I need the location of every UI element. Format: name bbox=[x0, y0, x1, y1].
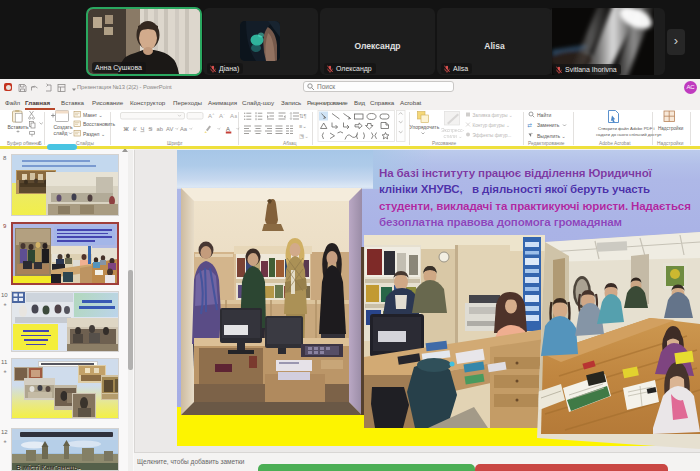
svg-text:Створити файл Adobe PDF і: Створити файл Adobe PDF і bbox=[598, 126, 654, 131]
svg-text:слайд: слайд bbox=[54, 130, 68, 136]
svg-text:⇄: ⇄ bbox=[528, 122, 533, 128]
svg-text:К: К bbox=[133, 126, 137, 132]
svg-text:Надстройки: Надстройки bbox=[658, 125, 684, 131]
svg-text:^: ^ bbox=[213, 113, 215, 117]
svg-text:Создать: Создать bbox=[54, 124, 73, 130]
svg-text:Раздел ⌄: Раздел ⌄ bbox=[83, 131, 105, 137]
svg-text:S: S bbox=[149, 126, 153, 132]
svg-text:Эффекты фигур...: Эффекты фигур... bbox=[473, 133, 512, 138]
svg-text:Заменить: Заменить bbox=[537, 122, 560, 128]
svg-text:A: A bbox=[230, 113, 234, 119]
svg-text:A: A bbox=[219, 113, 223, 119]
svg-text:Контур фигуры ⌄: Контур фигуры ⌄ bbox=[473, 123, 510, 128]
svg-text:А: А bbox=[226, 126, 230, 132]
svg-text:надати до нього спільний досту: надати до нього спільний доступ bbox=[596, 132, 662, 137]
svg-text:Макет ⌄: Макет ⌄ bbox=[83, 112, 103, 118]
svg-text:Ч: Ч bbox=[141, 126, 145, 132]
svg-text:ab: ab bbox=[157, 126, 163, 132]
svg-text:стили ⌄: стили ⌄ bbox=[444, 133, 463, 139]
svg-text:≡⌄: ≡⌄ bbox=[299, 123, 307, 129]
svg-text:⬔⌄: ⬔⌄ bbox=[299, 133, 309, 139]
svg-text:A: A bbox=[208, 113, 212, 119]
svg-text:Aa: Aa bbox=[180, 126, 188, 132]
svg-text:Заливка фигуры ⌄: Заливка фигуры ⌄ bbox=[473, 113, 513, 118]
svg-text:⇅¶: ⇅¶ bbox=[299, 113, 307, 119]
svg-text:Вставить: Вставить bbox=[8, 124, 30, 130]
svg-text:Упорядочить: Упорядочить bbox=[410, 124, 440, 130]
svg-text:ˇ: ˇ bbox=[224, 114, 226, 118]
svg-text:a: a bbox=[235, 114, 238, 119]
svg-text:Найти: Найти bbox=[537, 112, 551, 118]
svg-text:Ж: Ж bbox=[123, 126, 130, 132]
svg-text:Восстановить: Восстановить bbox=[83, 121, 115, 127]
svg-text:Экспресс-: Экспресс- bbox=[441, 127, 465, 133]
svg-text:Выделить ⌄: Выделить ⌄ bbox=[537, 133, 566, 139]
svg-text:AV: AV bbox=[166, 126, 173, 132]
